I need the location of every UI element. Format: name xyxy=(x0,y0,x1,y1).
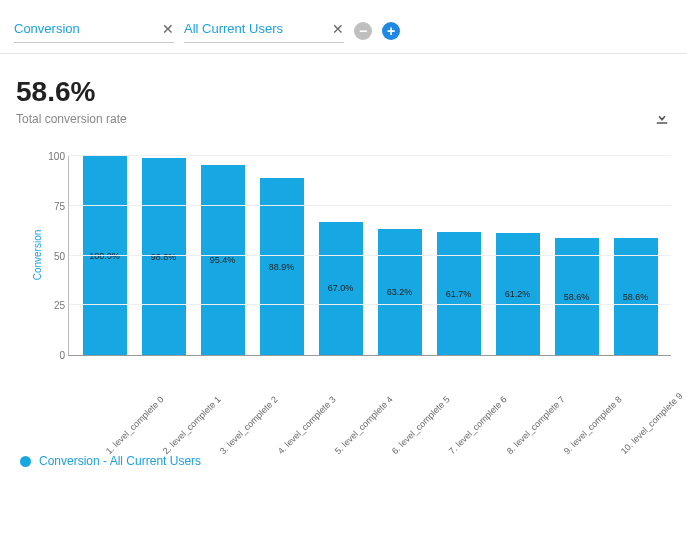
bar: 61.7% xyxy=(437,232,481,355)
bars-container: 100.0%98.8%95.4%88.9%67.0%63.2%61.7%61.2… xyxy=(69,156,671,355)
summary-label: Total conversion rate xyxy=(16,112,127,126)
filter-metric-label: Conversion xyxy=(14,21,80,36)
filter-metric[interactable]: Conversion ✕ xyxy=(14,18,174,43)
summary-value: 58.6% xyxy=(16,76,127,108)
summary-row: 58.6% Total conversion rate xyxy=(0,54,687,126)
add-filter-button[interactable]: + xyxy=(382,22,400,40)
bar-value-label: 67.0% xyxy=(328,283,354,293)
bar: 58.6% xyxy=(614,238,658,355)
bar: 58.6% xyxy=(555,238,599,355)
download-icon[interactable] xyxy=(653,108,671,126)
filter-bar: Conversion ✕ All Current Users ✕ − + xyxy=(0,0,687,54)
bar-value-label: 58.6% xyxy=(623,292,649,302)
gridline xyxy=(69,155,671,156)
filter-segment-label: All Current Users xyxy=(184,21,283,36)
bar-value-label: 63.2% xyxy=(387,287,413,297)
y-tick-label: 100 xyxy=(39,151,65,162)
filter-segment[interactable]: All Current Users ✕ xyxy=(184,18,344,43)
bar-value-label: 61.7% xyxy=(446,289,472,299)
bar: 61.2% xyxy=(496,233,540,355)
y-tick-label: 75 xyxy=(39,200,65,211)
bar: 63.2% xyxy=(378,229,422,355)
bar: 100.0% xyxy=(83,156,127,355)
bar-value-label: 98.8% xyxy=(151,252,177,262)
y-tick-label: 0 xyxy=(39,350,65,361)
y-tick-label: 50 xyxy=(39,250,65,261)
gridline xyxy=(69,304,671,305)
bar: 98.8% xyxy=(142,158,186,355)
bar-value-label: 100.0% xyxy=(89,251,120,261)
bar: 95.4% xyxy=(201,165,245,355)
close-icon[interactable]: ✕ xyxy=(332,22,344,36)
close-icon[interactable]: ✕ xyxy=(162,22,174,36)
gridline xyxy=(69,255,671,256)
gridline xyxy=(69,205,671,206)
bar-value-label: 61.2% xyxy=(505,289,531,299)
plot-area: 100.0%98.8%95.4%88.9%67.0%63.2%61.7%61.2… xyxy=(68,156,671,356)
y-tick-label: 25 xyxy=(39,300,65,311)
legend-label: Conversion - All Current Users xyxy=(39,454,201,468)
chart: Conversion 100.0%98.8%95.4%88.9%67.0%63.… xyxy=(0,126,687,384)
bar-value-label: 58.6% xyxy=(564,292,590,302)
x-axis-categories: 1. level_complete 02. level_complete 13.… xyxy=(68,356,671,374)
legend-dot-icon xyxy=(20,456,31,467)
remove-filter-button[interactable]: − xyxy=(354,22,372,40)
bar: 67.0% xyxy=(319,222,363,355)
bar-value-label: 88.9% xyxy=(269,262,295,272)
bar-value-label: 95.4% xyxy=(210,255,236,265)
